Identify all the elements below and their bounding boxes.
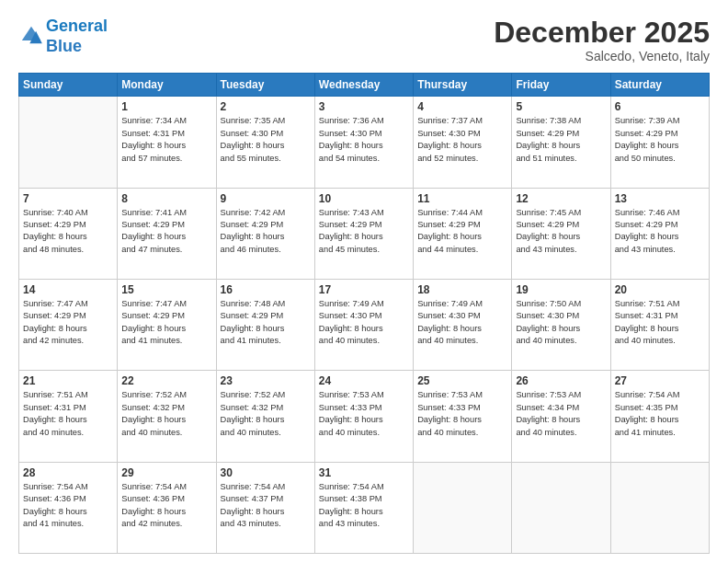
cell-content: Sunrise: 7:34 AMSunset: 4:31 PMDaylight:… bbox=[121, 115, 211, 165]
calendar-cell: 17Sunrise: 7:49 AMSunset: 4:30 PMDayligh… bbox=[314, 279, 413, 370]
day-number: 5 bbox=[516, 100, 606, 113]
cell-content: Sunrise: 7:53 AMSunset: 4:33 PMDaylight:… bbox=[319, 389, 409, 439]
cell-content: Sunrise: 7:51 AMSunset: 4:31 PMDaylight:… bbox=[23, 389, 113, 439]
calendar-cell bbox=[512, 462, 610, 553]
calendar-cell: 14Sunrise: 7:47 AMSunset: 4:29 PMDayligh… bbox=[19, 279, 118, 370]
calendar-cell: 11Sunrise: 7:44 AMSunset: 4:29 PMDayligh… bbox=[414, 188, 512, 279]
calendar-cell: 31Sunrise: 7:54 AMSunset: 4:38 PMDayligh… bbox=[314, 462, 413, 553]
calendar-cell: 20Sunrise: 7:51 AMSunset: 4:31 PMDayligh… bbox=[610, 279, 709, 370]
cell-content: Sunrise: 7:39 AMSunset: 4:29 PMDaylight:… bbox=[615, 115, 705, 165]
calendar-cell bbox=[414, 462, 512, 553]
logo: General Blue bbox=[18, 17, 108, 56]
day-header-thursday: Thursday bbox=[414, 74, 512, 97]
cell-content: Sunrise: 7:54 AMSunset: 4:38 PMDaylight:… bbox=[319, 481, 409, 531]
calendar-cell: 12Sunrise: 7:45 AMSunset: 4:29 PMDayligh… bbox=[512, 188, 610, 279]
day-number: 22 bbox=[121, 374, 211, 387]
cell-content: Sunrise: 7:53 AMSunset: 4:34 PMDaylight:… bbox=[516, 389, 606, 439]
day-number: 9 bbox=[221, 192, 311, 205]
calendar-cell: 29Sunrise: 7:54 AMSunset: 4:36 PMDayligh… bbox=[118, 462, 216, 553]
day-number: 23 bbox=[221, 374, 311, 387]
title-block: December 2025 Salcedo, Veneto, Italy bbox=[494, 17, 710, 63]
day-header-tuesday: Tuesday bbox=[216, 74, 314, 97]
day-number: 31 bbox=[319, 466, 409, 479]
logo-line2: Blue bbox=[46, 37, 82, 55]
calendar-cell: 3Sunrise: 7:36 AMSunset: 4:30 PMDaylight… bbox=[314, 97, 413, 188]
calendar-cell: 1Sunrise: 7:34 AMSunset: 4:31 PMDaylight… bbox=[118, 97, 216, 188]
day-number: 26 bbox=[516, 374, 606, 387]
day-number: 30 bbox=[221, 466, 311, 479]
day-number: 15 bbox=[121, 283, 211, 296]
cell-content: Sunrise: 7:43 AMSunset: 4:29 PMDaylight:… bbox=[319, 207, 409, 257]
day-number: 27 bbox=[615, 374, 705, 387]
cell-content: Sunrise: 7:54 AMSunset: 4:35 PMDaylight:… bbox=[615, 389, 705, 439]
day-number: 7 bbox=[23, 192, 113, 205]
cell-content: Sunrise: 7:36 AMSunset: 4:30 PMDaylight:… bbox=[319, 115, 409, 165]
location-subtitle: Salcedo, Veneto, Italy bbox=[494, 49, 710, 63]
cell-content: Sunrise: 7:52 AMSunset: 4:32 PMDaylight:… bbox=[221, 389, 311, 439]
calendar-cell: 6Sunrise: 7:39 AMSunset: 4:29 PMDaylight… bbox=[610, 97, 709, 188]
calendar-cell: 21Sunrise: 7:51 AMSunset: 4:31 PMDayligh… bbox=[19, 371, 118, 462]
day-number: 17 bbox=[319, 283, 409, 296]
calendar-cell: 18Sunrise: 7:49 AMSunset: 4:30 PMDayligh… bbox=[414, 279, 512, 370]
day-number: 3 bbox=[319, 100, 409, 113]
calendar-cell: 24Sunrise: 7:53 AMSunset: 4:33 PMDayligh… bbox=[314, 371, 413, 462]
cell-content: Sunrise: 7:54 AMSunset: 4:36 PMDaylight:… bbox=[121, 481, 211, 531]
day-header-wednesday: Wednesday bbox=[314, 74, 413, 97]
day-number: 19 bbox=[516, 283, 606, 296]
cell-content: Sunrise: 7:38 AMSunset: 4:29 PMDaylight:… bbox=[516, 115, 606, 165]
day-number: 12 bbox=[516, 192, 606, 205]
calendar-week-3: 21Sunrise: 7:51 AMSunset: 4:31 PMDayligh… bbox=[19, 371, 710, 462]
calendar-cell: 22Sunrise: 7:52 AMSunset: 4:32 PMDayligh… bbox=[118, 371, 216, 462]
day-number: 4 bbox=[417, 100, 507, 113]
day-number: 8 bbox=[121, 192, 211, 205]
cell-content: Sunrise: 7:48 AMSunset: 4:29 PMDaylight:… bbox=[221, 298, 311, 348]
day-number: 2 bbox=[221, 100, 311, 113]
calendar-cell: 13Sunrise: 7:46 AMSunset: 4:29 PMDayligh… bbox=[610, 188, 709, 279]
day-number: 21 bbox=[23, 374, 113, 387]
day-number: 20 bbox=[615, 283, 705, 296]
cell-content: Sunrise: 7:40 AMSunset: 4:29 PMDaylight:… bbox=[23, 207, 113, 257]
calendar-cell bbox=[610, 462, 709, 553]
calendar-week-4: 28Sunrise: 7:54 AMSunset: 4:36 PMDayligh… bbox=[19, 462, 710, 553]
logo-icon bbox=[20, 25, 42, 45]
page: General Blue December 2025 Salcedo, Vene… bbox=[0, 0, 728, 563]
logo-text: General Blue bbox=[46, 17, 108, 56]
day-number: 18 bbox=[417, 283, 507, 296]
cell-content: Sunrise: 7:50 AMSunset: 4:30 PMDaylight:… bbox=[516, 298, 606, 348]
calendar-header-row: SundayMondayTuesdayWednesdayThursdayFrid… bbox=[19, 74, 710, 97]
calendar-cell: 7Sunrise: 7:40 AMSunset: 4:29 PMDaylight… bbox=[19, 188, 118, 279]
calendar-cell: 2Sunrise: 7:35 AMSunset: 4:30 PMDaylight… bbox=[216, 97, 314, 188]
calendar-week-1: 7Sunrise: 7:40 AMSunset: 4:29 PMDaylight… bbox=[19, 188, 710, 279]
day-number: 24 bbox=[319, 374, 409, 387]
calendar-week-2: 14Sunrise: 7:47 AMSunset: 4:29 PMDayligh… bbox=[19, 279, 710, 370]
cell-content: Sunrise: 7:53 AMSunset: 4:33 PMDaylight:… bbox=[417, 389, 507, 439]
calendar-cell: 10Sunrise: 7:43 AMSunset: 4:29 PMDayligh… bbox=[314, 188, 413, 279]
day-header-monday: Monday bbox=[118, 74, 216, 97]
calendar-cell: 9Sunrise: 7:42 AMSunset: 4:29 PMDaylight… bbox=[216, 188, 314, 279]
day-number: 6 bbox=[615, 100, 705, 113]
calendar-cell: 8Sunrise: 7:41 AMSunset: 4:29 PMDaylight… bbox=[118, 188, 216, 279]
cell-content: Sunrise: 7:37 AMSunset: 4:30 PMDaylight:… bbox=[417, 115, 507, 165]
calendar-cell: 19Sunrise: 7:50 AMSunset: 4:30 PMDayligh… bbox=[512, 279, 610, 370]
cell-content: Sunrise: 7:35 AMSunset: 4:30 PMDaylight:… bbox=[221, 115, 311, 165]
day-number: 1 bbox=[121, 100, 211, 113]
day-header-saturday: Saturday bbox=[610, 74, 709, 97]
cell-content: Sunrise: 7:47 AMSunset: 4:29 PMDaylight:… bbox=[23, 298, 113, 348]
cell-content: Sunrise: 7:49 AMSunset: 4:30 PMDaylight:… bbox=[319, 298, 409, 348]
calendar-cell: 27Sunrise: 7:54 AMSunset: 4:35 PMDayligh… bbox=[610, 371, 709, 462]
calendar-cell: 5Sunrise: 7:38 AMSunset: 4:29 PMDaylight… bbox=[512, 97, 610, 188]
logo-line1: General bbox=[46, 17, 108, 35]
cell-content: Sunrise: 7:45 AMSunset: 4:29 PMDaylight:… bbox=[516, 207, 606, 257]
calendar-cell: 15Sunrise: 7:47 AMSunset: 4:29 PMDayligh… bbox=[118, 279, 216, 370]
cell-content: Sunrise: 7:49 AMSunset: 4:30 PMDaylight:… bbox=[417, 298, 507, 348]
month-title: December 2025 bbox=[494, 17, 710, 49]
cell-content: Sunrise: 7:41 AMSunset: 4:29 PMDaylight:… bbox=[121, 207, 211, 257]
calendar-cell: 25Sunrise: 7:53 AMSunset: 4:33 PMDayligh… bbox=[414, 371, 512, 462]
cell-content: Sunrise: 7:42 AMSunset: 4:29 PMDaylight:… bbox=[221, 207, 311, 257]
header: General Blue December 2025 Salcedo, Vene… bbox=[18, 17, 710, 63]
day-number: 16 bbox=[221, 283, 311, 296]
cell-content: Sunrise: 7:47 AMSunset: 4:29 PMDaylight:… bbox=[121, 298, 211, 348]
cell-content: Sunrise: 7:52 AMSunset: 4:32 PMDaylight:… bbox=[121, 389, 211, 439]
calendar-cell: 26Sunrise: 7:53 AMSunset: 4:34 PMDayligh… bbox=[512, 371, 610, 462]
calendar-cell bbox=[19, 97, 118, 188]
